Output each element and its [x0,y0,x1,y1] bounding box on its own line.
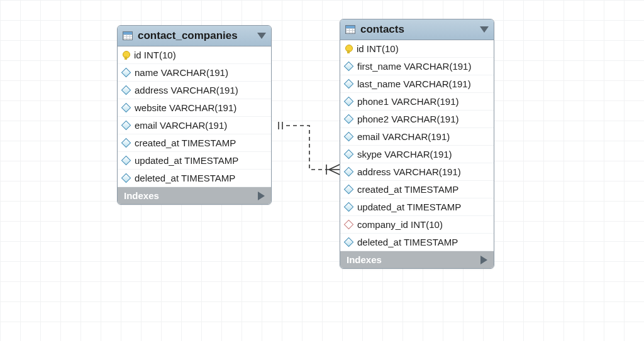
svg-line-2 [329,165,340,170]
column-row[interactable]: skype VARCHAR(191) [340,146,494,163]
column-row[interactable]: updated_at TIMESTAMP [340,198,494,216]
table-icon [123,31,133,40]
svg-line-4 [329,170,340,175]
table-icon [345,25,355,34]
entity-title: contact_companies [138,30,252,42]
column-icon [344,149,354,160]
column-label: skype VARCHAR(191) [357,149,452,160]
column-list: id INT(10)name VARCHAR(191)address VARCH… [118,46,271,187]
column-label: first_name VARCHAR(191) [357,61,471,72]
relationship-line [0,0,644,341]
column-label: deleted_at TIMESTAMP [135,173,235,183]
column-label: phone2 VARCHAR(191) [357,114,458,124]
expand-icon[interactable] [258,192,265,200]
entity-header[interactable]: contacts [340,19,494,40]
column-row[interactable]: address VARCHAR(191) [118,82,271,99]
column-icon [344,167,354,177]
column-label: updated_at TIMESTAMP [357,202,461,212]
column-row[interactable]: website VARCHAR(191) [118,99,271,117]
column-icon [121,173,131,183]
indexes-row[interactable]: Indexes [340,251,494,268]
entity-title: contacts [360,23,475,36]
expand-icon[interactable] [480,256,487,264]
column-label: deleted_at TIMESTAMP [357,237,458,247]
entity-header[interactable]: contact_companies [118,26,271,46]
column-list: id INT(10)first_name VARCHAR(191)last_na… [340,40,494,251]
column-icon [121,68,131,78]
column-icon [344,79,354,89]
column-icon [344,114,354,124]
column-row[interactable]: name VARCHAR(191) [118,64,271,82]
column-row[interactable]: first_name VARCHAR(191) [340,58,494,75]
column-icon [121,138,131,148]
column-label: phone1 VARCHAR(191) [357,96,458,107]
collapse-icon[interactable] [480,26,489,33]
column-label: last_name VARCHAR(191) [357,78,471,89]
column-icon [121,103,131,113]
column-icon [344,237,354,247]
entity-contacts[interactable]: contacts id INT(10)first_name VARCHAR(19… [340,19,494,269]
column-icon [344,62,354,72]
column-label: address VARCHAR(191) [135,85,238,95]
entity-contact-companies[interactable]: contact_companies id INT(10)name VARCHAR… [117,25,272,205]
column-row[interactable]: id INT(10) [118,46,271,64]
column-icon [344,202,354,212]
column-row[interactable]: updated_at TIMESTAMP [118,152,271,170]
column-label: company_id INT(10) [357,219,443,230]
column-row[interactable]: address VARCHAR(191) [340,163,494,181]
primary-key-icon [345,45,352,53]
column-label: id INT(10) [134,50,176,60]
column-row[interactable]: last_name VARCHAR(191) [340,75,494,93]
column-label: updated_at TIMESTAMP [135,155,238,166]
column-icon [344,185,354,195]
column-label: created_at TIMESTAMP [357,184,458,195]
indexes-label: Indexes [124,190,159,201]
column-row[interactable]: created_at TIMESTAMP [118,134,271,152]
column-icon [121,121,131,131]
column-row[interactable]: phone2 VARCHAR(191) [340,111,494,128]
column-icon [121,85,131,95]
column-icon [121,156,131,166]
column-icon [344,97,354,107]
column-label: name VARCHAR(191) [135,67,228,78]
column-label: address VARCHAR(191) [357,166,461,177]
primary-key-icon [123,51,129,60]
column-row[interactable]: deleted_at TIMESTAMP [340,234,494,251]
column-label: email VARCHAR(191) [357,131,450,142]
indexes-label: Indexes [347,254,382,265]
column-row[interactable]: deleted_at TIMESTAMP [118,170,271,187]
column-row[interactable]: company_id INT(10) [340,216,494,234]
column-icon [344,132,354,142]
column-label: id INT(10) [357,43,399,54]
column-row[interactable]: created_at TIMESTAMP [340,181,494,198]
foreign-key-icon [344,220,354,230]
collapse-icon[interactable] [257,33,266,39]
column-row[interactable]: id INT(10) [340,40,494,58]
column-row[interactable]: phone1 VARCHAR(191) [340,93,494,111]
column-label: website VARCHAR(191) [135,102,236,113]
column-label: created_at TIMESTAMP [135,138,236,148]
indexes-row[interactable]: Indexes [118,187,271,204]
column-label: email VARCHAR(191) [135,120,227,131]
column-row[interactable]: email VARCHAR(191) [340,128,494,146]
column-row[interactable]: email VARCHAR(191) [118,117,271,134]
